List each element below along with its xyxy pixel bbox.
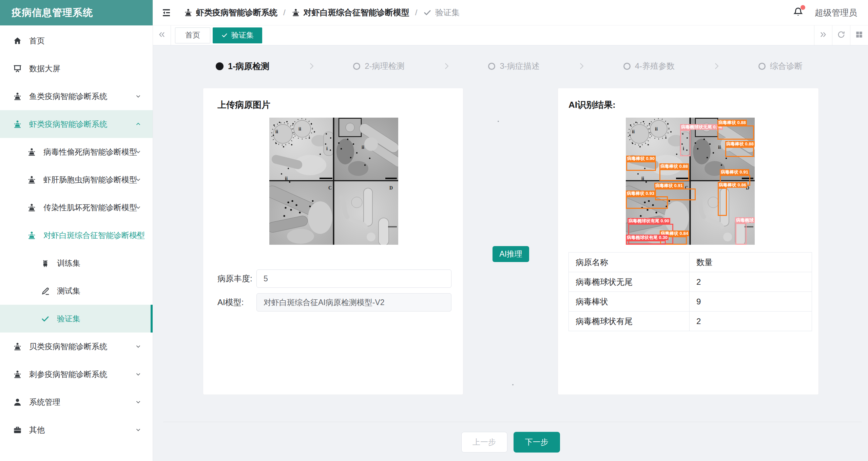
sidebar-item-6[interactable]: 传染性肌坏死智能诊断模型 bbox=[0, 194, 153, 221]
chevron-down-icon bbox=[135, 426, 142, 434]
breadcrumb-separator: / bbox=[283, 8, 286, 17]
sidebar-item-13[interactable]: 系统管理 bbox=[0, 388, 153, 416]
step-1[interactable]: 1-病原检测 bbox=[216, 61, 269, 72]
topbar: 虾类疫病智能诊断系统/对虾白斑综合征智能诊断模型/验证集 超级管理员 bbox=[153, 0, 868, 25]
breadcrumb-item-0[interactable]: 虾类疫病智能诊断系统 bbox=[184, 7, 277, 18]
sidebar-item-4[interactable]: 病毒性偷死病智能诊断模型 bbox=[0, 138, 153, 166]
tab-layout-grid-button[interactable] bbox=[850, 25, 868, 45]
sidebar-item-14[interactable]: 其他 bbox=[0, 416, 153, 444]
chevron-down-icon bbox=[135, 176, 142, 183]
svg-text:ii: ii bbox=[641, 176, 644, 181]
podium-icon bbox=[13, 92, 22, 101]
previous-step-button[interactable]: 上一步 bbox=[461, 432, 507, 453]
home-icon bbox=[13, 36, 22, 45]
ai-model-label: AI模型: bbox=[217, 297, 256, 308]
robot-icon bbox=[41, 259, 50, 268]
sidebar-item-9[interactable]: 测试集 bbox=[0, 277, 153, 305]
artifact-dot bbox=[512, 384, 514, 385]
wizard-footer: 上一步 下一步 bbox=[153, 432, 868, 453]
sidebar-item-5[interactable]: 虾肝肠胞虫病智能诊断模型 bbox=[0, 166, 153, 194]
ai-inference-button[interactable]: AI推理 bbox=[493, 246, 529, 262]
breadcrumb-label: 验证集 bbox=[435, 7, 460, 18]
refresh-tab-button[interactable] bbox=[832, 25, 850, 45]
ai-model-row: AI模型: 对虾白斑综合征AI病原检测模型-V2 bbox=[217, 293, 451, 312]
step-dot bbox=[623, 63, 631, 70]
current-user: 超级管理员 bbox=[815, 7, 857, 18]
detection-label: 病毒棒状 0.88 bbox=[725, 141, 755, 147]
svg-text:ii: ii bbox=[632, 129, 635, 134]
ai-result-card: AI识别结果: iiiiiiiiiCD 病毒椭球状无尾 0.94病毒棒状 0.8… bbox=[558, 88, 819, 395]
sidebar-item-2[interactable]: 鱼类疫病智能诊断系统 bbox=[0, 82, 153, 110]
sidebar-item-7[interactable]: 对虾白斑综合征智能诊断模型 bbox=[0, 221, 153, 249]
step-label: 2-病理检测 bbox=[365, 61, 404, 72]
pencil-icon bbox=[41, 286, 50, 296]
breadcrumb-label: 对虾白斑综合征智能诊断模型 bbox=[304, 7, 409, 18]
screen-icon bbox=[13, 64, 22, 73]
sidebar-item-label: 刺参疫病智能诊断系统 bbox=[29, 369, 107, 380]
notification-bell-icon[interactable] bbox=[793, 7, 803, 18]
sidebar-header: 疫病信息管理系统 bbox=[0, 0, 153, 25]
sidebar-item-3[interactable]: 虾类疫病智能诊断系统 bbox=[0, 110, 153, 138]
app-title: 疫病信息管理系统 bbox=[12, 6, 93, 20]
podium-icon bbox=[13, 120, 22, 129]
step-label: 4-养殖参数 bbox=[635, 61, 675, 72]
step-2[interactable]: 2-病理检测 bbox=[353, 61, 404, 72]
artifact-dot bbox=[498, 121, 499, 122]
podium-icon bbox=[184, 8, 193, 17]
step-label: 综合诊断 bbox=[770, 61, 803, 72]
tab-0[interactable]: 首页 bbox=[175, 27, 210, 43]
svg-text:ii: ii bbox=[298, 126, 301, 132]
svg-text:i: i bbox=[326, 146, 328, 151]
abundance-row: 病原丰度: bbox=[217, 269, 451, 288]
step-5[interactable]: 综合诊断 bbox=[758, 61, 803, 72]
sidebar-item-12[interactable]: 刺参疫病智能诊断系统 bbox=[0, 360, 153, 388]
chevron-down-icon bbox=[135, 371, 142, 378]
sidebar-item-1[interactable]: 数据大屏 bbox=[0, 55, 153, 82]
abundance-input[interactable] bbox=[256, 269, 451, 288]
step-3[interactable]: 3-病症描述 bbox=[488, 61, 539, 72]
sidebar: 疫病信息管理系统 首页数据大屏鱼类疫病智能诊断系统虾类疫病智能诊断系统病毒性偷死… bbox=[0, 0, 153, 461]
notification-badge bbox=[801, 5, 805, 10]
step-dot bbox=[353, 63, 360, 70]
result-card-title: AI识别结果: bbox=[568, 99, 616, 111]
step-4[interactable]: 4-养殖参数 bbox=[623, 61, 675, 72]
next-step-button[interactable]: 下一步 bbox=[514, 432, 560, 453]
ai-model-select[interactable]: 对虾白斑综合征AI病原检测模型-V2 bbox=[256, 293, 451, 312]
breadcrumb-label: 虾类疫病智能诊断系统 bbox=[196, 7, 277, 18]
ai-model-selected-value: 对虾白斑综合征AI病原检测模型-V2 bbox=[264, 297, 385, 308]
detection-label: 病毒棒状 0.91 bbox=[654, 183, 684, 188]
sidebar-item-8[interactable]: 训练集 bbox=[0, 249, 153, 277]
detection-box bbox=[680, 130, 691, 156]
sidebar-item-11[interactable]: 贝类疫病智能诊断系统 bbox=[0, 333, 153, 360]
menu-fold-icon[interactable] bbox=[161, 7, 172, 18]
sidebar-item-label: 虾类疫病智能诊断系统 bbox=[29, 119, 107, 129]
tabs-scroll-right-button[interactable] bbox=[814, 25, 832, 45]
detection-box bbox=[626, 196, 668, 209]
detection-box bbox=[626, 161, 656, 171]
sidebar-item-0[interactable]: 首页 bbox=[0, 27, 153, 55]
step-dot bbox=[488, 63, 495, 70]
sidebar-menu: 首页数据大屏鱼类疫病智能诊断系统虾类疫病智能诊断系统病毒性偷死病智能诊断模型虾肝… bbox=[0, 25, 153, 444]
detection-box bbox=[718, 188, 727, 216]
table-header-row: 病原名称数量 bbox=[569, 253, 812, 272]
detection-box bbox=[735, 223, 747, 245]
tabs-scroll-left-button[interactable] bbox=[153, 25, 171, 45]
sidebar-item-10[interactable]: 验证集 bbox=[0, 305, 153, 333]
tabbar: 首页验证集 bbox=[153, 25, 868, 45]
tab-1[interactable]: 验证集 bbox=[213, 27, 262, 43]
check-icon bbox=[423, 8, 432, 17]
detection-label: 病毒椭球 bbox=[735, 217, 755, 223]
tab-label: 首页 bbox=[185, 30, 200, 40]
svg-text:D: D bbox=[389, 185, 393, 191]
breadcrumb-item-1[interactable]: 对虾白斑综合征智能诊断模型 bbox=[291, 7, 409, 18]
svg-text:ii: ii bbox=[285, 176, 288, 181]
table-cell: 9 bbox=[690, 292, 812, 312]
tabbar-spacer bbox=[262, 25, 814, 45]
table-cell: 病毒棒状 bbox=[569, 292, 690, 312]
detection-label: 病毒棒状 0.91 bbox=[720, 169, 749, 175]
footer-divider bbox=[163, 422, 862, 422]
detection-label: 病毒棒状 0.88 bbox=[659, 163, 689, 169]
sidebar-item-label: 测试集 bbox=[57, 286, 80, 296]
sidebar-item-label: 训练集 bbox=[57, 258, 80, 268]
chevron-down-icon bbox=[135, 148, 142, 156]
